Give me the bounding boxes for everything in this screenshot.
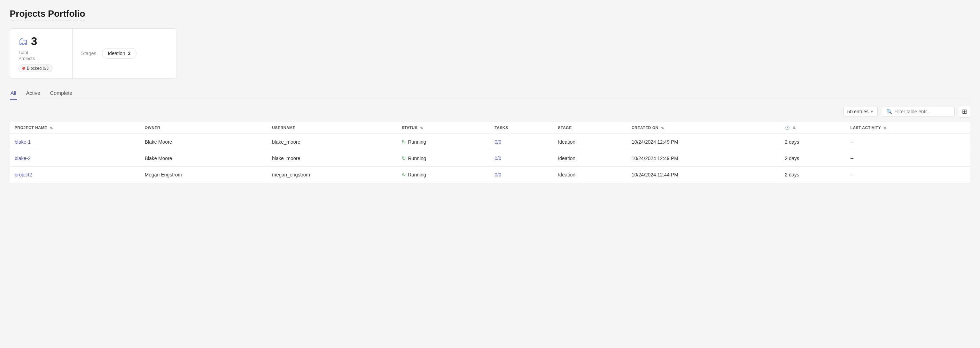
- tasks-link[interactable]: 0/0: [495, 172, 501, 177]
- col-duration[interactable]: 🕐 ⇅: [780, 122, 846, 134]
- sort-icon-last-activity: ⇅: [883, 126, 887, 130]
- tab-all[interactable]: All: [10, 87, 17, 100]
- col-owner: OWNER: [140, 122, 267, 134]
- sort-icon-project-name: ⇅: [50, 126, 53, 130]
- cell-created-on: 10/24/2024 12:49 PM: [627, 150, 780, 166]
- chevron-down-icon: ▼: [870, 110, 874, 114]
- cell-status: ↻ Running: [397, 166, 490, 183]
- blocked-label: Blocked 0/3: [27, 66, 49, 71]
- ideation-stage-badge[interactable]: Ideation 3: [102, 48, 137, 59]
- stages-card: Stages Ideation 3: [73, 29, 177, 78]
- cell-stage: Ideation: [553, 166, 627, 183]
- table-row: blake-1 Blake Moore blake_moore ↻ Runnin…: [10, 134, 970, 150]
- tasks-link[interactable]: 0/0: [495, 155, 501, 161]
- cell-stage: Ideation: [553, 150, 627, 166]
- cell-owner: Blake Moore: [140, 134, 267, 150]
- blocked-badge: Blocked 0/3: [19, 64, 52, 72]
- col-status[interactable]: STATUS ⇅: [397, 122, 490, 134]
- cell-owner: Megan Engstrom: [140, 166, 267, 183]
- summary-cards: 🗂 3 TotalProjects Blocked 0/3 Stages Ide…: [10, 28, 177, 79]
- status-text: Running: [408, 172, 426, 177]
- running-icon: ↻: [401, 172, 406, 178]
- cell-status: ↻ Running: [397, 134, 490, 150]
- cell-tasks: 0/0: [490, 150, 553, 166]
- tabs-row: All Active Complete: [10, 87, 970, 100]
- cell-created-on: 10/24/2024 12:49 PM: [627, 134, 780, 150]
- total-projects-card: 🗂 3 TotalProjects Blocked 0/3: [10, 29, 73, 78]
- tasks-link[interactable]: 0/0: [495, 139, 501, 145]
- table-header-row: PROJECT NAME ⇅ OWNER USERNAME STATUS ⇅ T…: [10, 122, 970, 134]
- sort-icon-status: ⇅: [420, 126, 423, 130]
- col-last-activity[interactable]: LAST ACTIVITY ⇅: [846, 122, 970, 134]
- cell-last-activity: --: [846, 150, 970, 166]
- clock-icon: 🕐: [785, 126, 790, 130]
- stage-badge-text: Ideation: [108, 51, 126, 56]
- table-controls: 50 entries ▼ 🔍 ⊞: [10, 105, 970, 118]
- col-username: USERNAME: [267, 122, 397, 134]
- cell-status: ↻ Running: [397, 150, 490, 166]
- cell-duration: 2 days: [780, 166, 846, 183]
- total-projects-label: TotalProjects: [19, 50, 64, 62]
- tab-active[interactable]: Active: [25, 87, 41, 100]
- cell-project-name: project2: [10, 166, 140, 183]
- filter-input[interactable]: [894, 109, 950, 114]
- cell-created-on: 10/24/2024 12:44 PM: [627, 166, 780, 183]
- col-tasks: TASKS: [490, 122, 553, 134]
- table-row: blake-2 Blake Moore blake_moore ↻ Runnin…: [10, 150, 970, 166]
- running-icon: ↻: [401, 155, 406, 161]
- col-stage: STAGE: [553, 122, 627, 134]
- project-link[interactable]: project2: [14, 172, 32, 177]
- cell-username: blake_moore: [267, 134, 397, 150]
- sort-icon-created-on: ⇅: [661, 126, 664, 130]
- status-text: Running: [408, 155, 426, 161]
- entries-label: 50 entries: [847, 109, 869, 114]
- cell-duration: 2 days: [780, 150, 846, 166]
- cell-owner: Blake Moore: [140, 150, 267, 166]
- cell-username: blake_moore: [267, 150, 397, 166]
- status-text: Running: [408, 139, 426, 145]
- cell-tasks: 0/0: [490, 166, 553, 183]
- running-icon: ↻: [401, 139, 406, 145]
- cell-project-name: blake-2: [10, 150, 140, 166]
- entries-selector[interactable]: 50 entries ▼: [843, 107, 878, 117]
- col-created-on[interactable]: CREATED ON ⇅: [627, 122, 780, 134]
- page-container: Projects Portfolio 🗂 3 TotalProjects Blo…: [0, 0, 980, 348]
- stages-label: Stages: [81, 51, 97, 56]
- cell-username: megan_engstrom: [267, 166, 397, 183]
- stage-badge-count: 3: [128, 51, 130, 56]
- project-link[interactable]: blake-2: [14, 155, 31, 161]
- table-row: project2 Megan Engstrom megan_engstrom ↻…: [10, 166, 970, 183]
- sort-icon-duration: ⇅: [793, 126, 796, 130]
- search-icon: 🔍: [886, 109, 892, 114]
- page-title: Projects Portfolio: [10, 8, 85, 21]
- cell-last-activity: --: [846, 166, 970, 183]
- col-project-name[interactable]: PROJECT NAME ⇅: [10, 122, 140, 134]
- cell-last-activity: --: [846, 134, 970, 150]
- columns-toggle-button[interactable]: ⊞: [959, 105, 970, 118]
- filter-input-wrapper: 🔍: [882, 107, 955, 117]
- cell-stage: Ideation: [553, 134, 627, 150]
- projects-table: PROJECT NAME ⇅ OWNER USERNAME STATUS ⇅ T…: [10, 122, 970, 183]
- blocked-dot: [22, 67, 25, 70]
- total-projects-count: 3: [31, 35, 37, 48]
- cell-tasks: 0/0: [490, 134, 553, 150]
- cell-duration: 2 days: [780, 134, 846, 150]
- tab-complete[interactable]: Complete: [49, 87, 73, 100]
- cell-project-name: blake-1: [10, 134, 140, 150]
- folder-icon: 🗂: [19, 35, 28, 47]
- project-link[interactable]: blake-1: [14, 139, 31, 145]
